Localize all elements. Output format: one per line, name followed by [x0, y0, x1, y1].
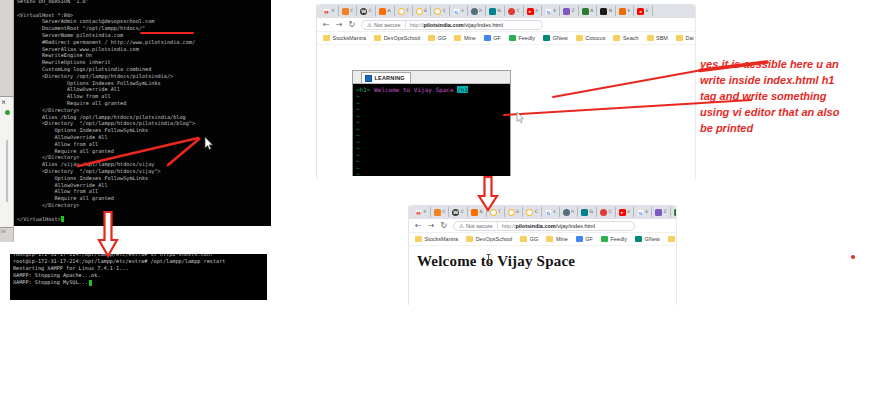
bookmark-item[interactable]: DevOpsSchool — [374, 32, 420, 45]
bookmark-item[interactable]: Feedly — [601, 233, 627, 246]
bookmark-item[interactable]: GG — [428, 32, 446, 45]
bookmark-item[interactable]: Mine — [546, 233, 567, 246]
browser-tab[interactable]: h — [560, 207, 578, 217]
browser-tab[interactable]: A — [671, 207, 676, 217]
browser-tab[interactable]: Z — [560, 6, 579, 16]
bookmark-item[interactable]: GF — [576, 233, 593, 246]
browser-tab[interactable]: W C — [357, 6, 376, 16]
browser-tab[interactable]: G k — [634, 207, 652, 217]
browser-tab[interactable]: G k — [542, 6, 560, 16]
tab-title-letter: e — [535, 6, 538, 16]
browser-tab[interactable]: C — [431, 207, 450, 217]
bookmark-item[interactable]: GF — [484, 32, 501, 45]
tab-title-letter: G — [590, 207, 594, 217]
bookmark-item[interactable]: GNew — [635, 233, 660, 246]
apache-vhost-terminal[interactable]: SetEnv DO_VERSION '1.0'<VirtualHost *:80… — [14, 0, 271, 226]
vi-tilde-line: ~ — [356, 171, 510, 176]
address-bar[interactable]: ⚠ Not secure http://pilotsindia.com/vija… — [361, 20, 543, 30]
browser-tab[interactable]: N — [597, 6, 616, 16]
browser-tab[interactable]: C — [431, 6, 450, 16]
bookmark-item[interactable]: Cotocus — [668, 233, 676, 246]
browser-tab[interactable]: C — [339, 6, 358, 16]
bookmark-label: Seach — [623, 32, 639, 45]
tab-favicon-icon: W — [360, 8, 367, 15]
vi-editor-content[interactable]: <h1> Welcome to Vijay Space /h1 ~~~~~~~~… — [353, 84, 510, 176]
back-button[interactable]: ← — [323, 18, 330, 32]
bookmark-label: GG — [438, 32, 447, 45]
browser-tab[interactable]: Z — [652, 207, 671, 217]
tab-title-letter: C — [443, 6, 446, 16]
bookmark-item[interactable]: Cotocus — [576, 32, 606, 45]
scrollbar[interactable] — [6, 140, 8, 202]
tab-favicon-icon — [581, 209, 588, 216]
tab-title-letter: C — [517, 6, 520, 16]
tab-title-letter: E — [424, 6, 427, 16]
close-icon[interactable]: × — [1, 99, 6, 105]
bookmark-folder-icon — [635, 236, 642, 242]
terminal-line: Options Indexes FollowSymLinks — [17, 127, 271, 134]
browser-tab[interactable]: G s — [450, 6, 468, 16]
terminal-line: </VirtualHost> — [17, 216, 271, 223]
bookmark-item[interactable]: SBM — [647, 32, 668, 45]
not-secure-label: Not secure — [466, 221, 493, 231]
url-path: /vijay/index.html — [556, 221, 595, 231]
bookmark-item[interactable]: Seach — [613, 32, 638, 45]
bookmark-item[interactable]: Dai — [676, 32, 694, 45]
browser-tab[interactable]: C — [505, 6, 524, 16]
address-bar[interactable]: ⚠ Not secure http://pilotsindia.com/vija… — [453, 221, 635, 231]
tab-title-letter: Ir — [332, 6, 335, 16]
bookmark-item[interactable]: StocksMantra — [323, 32, 366, 45]
tab-title-letter: C — [369, 6, 372, 16]
tab-favicon-icon: ▸ — [637, 8, 644, 15]
browser-tab[interactable]: T — [487, 207, 505, 217]
bookmark-item[interactable]: Mine — [454, 32, 475, 45]
bookmark-item[interactable]: Feedly — [509, 32, 535, 45]
browser-tab[interactable]: ▸ E — [634, 6, 652, 16]
browser-tab[interactable]: E — [505, 207, 523, 217]
browser-tab[interactable]: G — [578, 207, 597, 217]
browser-tab[interactable]: E — [413, 6, 431, 16]
lampp-restart-terminal[interactable]: root@ip-172-31-17-214:/opt/lampp/etc/ext… — [10, 254, 267, 300]
tab-title-letter: e — [627, 207, 630, 217]
browser-tab[interactable]: A — [376, 6, 395, 16]
browser-tab[interactable]: A — [579, 6, 598, 16]
tab-title-letter: h — [479, 6, 482, 16]
tab-title-letter: T — [498, 207, 501, 217]
browser-tab[interactable]: M Ir — [412, 207, 431, 217]
browser-tab[interactable]: h — [468, 6, 486, 16]
browser-tab[interactable]: C — [523, 207, 542, 217]
url-host: pilotsindia.com — [515, 221, 555, 231]
not-secure-label: Not secure — [374, 20, 401, 30]
bookmark-label: StocksMantra — [425, 233, 459, 246]
tab-favicon-icon: M — [323, 8, 330, 15]
address-divider — [405, 21, 406, 28]
browser-tab[interactable]: C — [597, 207, 616, 217]
browser-tab[interactable]: M Ir — [320, 6, 339, 16]
tab-title-letter: E — [646, 6, 649, 16]
reload-button[interactable]: ↻ — [348, 18, 355, 32]
browser-tab[interactable]: A — [468, 207, 487, 217]
editor-tab-learning[interactable]: LEARNING — [361, 72, 411, 83]
terminal-cursor — [61, 216, 64, 222]
browser-tab[interactable]: G — [486, 6, 505, 16]
bookmark-item[interactable]: DevOpsSchool — [466, 233, 512, 246]
browser-tab[interactable]: T — [395, 6, 413, 16]
forward-button[interactable]: → — [336, 18, 343, 32]
vi-editor-window[interactable]: LEARNING <h1> Welcome to Vijay Space /h1… — [352, 70, 511, 176]
bookmark-folder-icon — [374, 35, 381, 41]
browser-tab[interactable]: k — [616, 6, 634, 16]
bookmark-folder-icon — [613, 35, 620, 41]
back-button[interactable]: ← — [415, 219, 422, 233]
bookmark-item[interactable]: GG — [520, 233, 538, 246]
terminal-line: DocumentRoot "/opt/lampp/htdocs/" — [17, 25, 271, 32]
tab-favicon-icon — [508, 8, 515, 15]
browser-tab[interactable]: ▸ e — [616, 207, 634, 217]
reload-button[interactable]: ↻ — [440, 219, 447, 233]
bookmark-item[interactable]: GNew — [543, 32, 568, 45]
browser-tab[interactable]: ▸ e — [524, 6, 542, 16]
bookmark-item[interactable]: StocksMantra — [415, 233, 458, 246]
browser-tab[interactable]: W C — [449, 207, 468, 217]
bookmark-label: Mine — [556, 233, 568, 246]
forward-button[interactable]: → — [428, 219, 435, 233]
browser-tab[interactable]: G s — [542, 207, 560, 217]
